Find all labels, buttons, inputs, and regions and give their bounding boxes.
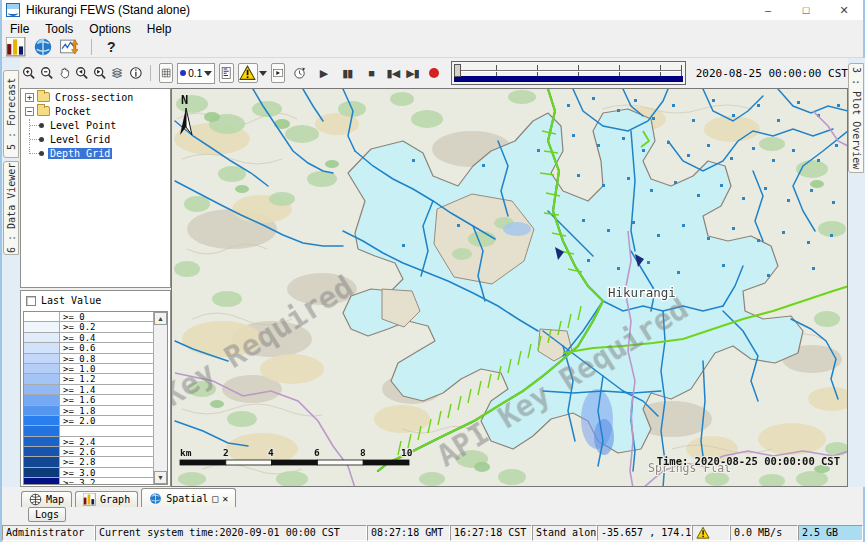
logs-panel-icon[interactable] [6,37,26,57]
tab-graph[interactable]: Graph [75,491,138,507]
tree-item-cross-section[interactable]: + Cross-section [21,91,170,103]
layers-icon[interactable] [111,63,125,83]
menu-file[interactable]: File [2,22,37,36]
chevron-down-icon [204,71,212,76]
tab-map[interactable]: Map [21,491,72,507]
map-label-town: Hikurangi [608,285,676,300]
tree-item-depth-grid[interactable]: Depth Grid [21,147,170,159]
legend-row: >= 1.2 [24,374,153,384]
last-value-checkbox[interactable] [26,296,36,306]
tree-item-pocket[interactable]: − Pocket [21,105,170,117]
scroll-down-icon[interactable]: ▼ [154,471,167,484]
timeline-data-bar [454,76,682,82]
legend-scrollbar[interactable]: ▲ ▼ [153,312,167,484]
maximize-button[interactable]: □ [787,0,825,20]
title-bar[interactable]: Hikurangi FEWS (Stand alone) – □ ✕ [2,0,863,20]
svg-text:2: 2 [223,447,229,458]
legend-swatch [24,354,60,363]
last-frame-icon[interactable]: ▶▮ [406,63,420,83]
minimize-button[interactable]: – [749,0,787,20]
svg-text:N: N [181,93,188,107]
status-user: Administrator [2,525,95,541]
legend-swatch [24,478,60,484]
zoom-next-icon[interactable] [93,63,107,83]
warning-dropdown[interactable] [238,63,267,83]
legend-swatch [24,322,60,331]
timeline-slider[interactable] [451,61,685,85]
legend-swatch [24,364,60,373]
svg-text:4: 4 [268,447,274,458]
menu-tools[interactable]: Tools [37,22,81,36]
spatial-tab-globe-icon [149,492,162,505]
zoom-previous-icon[interactable] [75,63,89,83]
timeline-thumb[interactable] [454,64,461,77]
status-bar: Administrator Current system time:2020-0… [2,524,863,542]
close-button[interactable]: ✕ [825,0,863,20]
grid-display-icon[interactable] [159,63,173,83]
map-viewport[interactable]: API Key Required API Key Required Hikura… [171,88,848,487]
application-window: Hikurangi FEWS (Stand alone) – □ ✕ File … [0,0,865,542]
help-icon[interactable]: ? [103,39,120,55]
play-icon[interactable]: ▶ [317,63,331,83]
tree-guide [29,147,39,154]
status-memory: 2.5 GB [798,525,863,541]
folder-icon [37,106,50,116]
status-transfer-rate: 0.0 MB/s [730,525,798,541]
status-warning[interactable] [692,525,730,541]
pan-icon[interactable] [58,63,72,83]
legend-swatch [24,406,60,415]
tab-maximize-icon[interactable]: □ [212,493,218,504]
tab-graph-label: Graph [100,494,130,505]
legend-swatch [24,457,60,466]
svg-text:8: 8 [360,447,366,458]
info-icon[interactable] [129,63,143,83]
pause-icon[interactable]: ▮▮ [340,63,354,83]
tab-spatial[interactable]: Spatial □ ✕ [141,488,236,507]
status-system-time: Current system time:2020-09-01 00:00 CST [95,525,367,541]
legend-row: >= 0.2 [24,322,153,332]
legend-row: >= 0.4 [24,333,153,343]
menu-options[interactable]: Options [81,22,138,36]
lake-patch [503,222,531,236]
logs-button[interactable]: Logs [28,507,66,522]
legend-row: >= 2.8 [24,457,153,467]
tab-plot-overview[interactable]: 3 : Plot Overview [848,63,864,173]
status-coordinates: -35.657 , 174.199 [597,525,692,541]
legend-swatch [24,385,60,394]
stop-icon[interactable]: ■ [364,63,378,83]
legend-swatch [24,437,60,446]
folder-icon [37,92,50,102]
collapse-icon[interactable]: − [25,107,34,116]
map-toolbar: 0.1 ▶ ▮▮ ■ ▮◀ ▶▮ 2020-08-25 00:00:00 CST [22,58,848,88]
record-icon[interactable] [427,63,441,83]
legend-row: >= 1.0 [24,364,153,374]
data-display-icon[interactable] [60,37,80,57]
menu-help[interactable]: Help [139,22,180,36]
longitudinal-profile-icon[interactable] [219,63,233,83]
timeline-track [455,65,681,76]
tab-close-icon[interactable]: ✕ [222,493,228,504]
bullet-icon [39,123,44,128]
movie-player-icon[interactable] [271,63,285,83]
animation-clock-icon[interactable] [293,63,307,83]
legend-swatch [24,374,60,383]
tab-forecast[interactable]: 5 : Forecast [3,70,19,158]
map-canvas[interactable]: API Key Required API Key Required Hikura… [172,89,848,487]
map-time-label: Time: 2020-08-25 00:00:00 CST [657,455,840,467]
expand-icon[interactable]: + [25,93,34,102]
map-display-icon[interactable] [33,37,53,57]
interval-dropdown[interactable]: 0.1 [177,63,215,84]
timeline-datetime: 2020-08-25 00:00:00 CST [696,67,848,80]
zoom-in-icon[interactable] [22,63,36,83]
toolbar-separator [91,39,92,55]
bullet-icon [39,137,44,142]
bottom-tab-bar: Map Graph Spatial □ ✕ [2,487,863,507]
tree-item-level-point[interactable]: Level Point [21,119,170,131]
class-dot-icon [180,70,186,76]
left-tab-strip: 5 : Forecast 6 : Data Viewer [2,58,20,487]
first-frame-icon[interactable]: ▮◀ [386,63,400,83]
scroll-up-icon[interactable]: ▲ [154,312,167,325]
zoom-out-icon[interactable] [40,63,54,83]
tree-item-level-grid[interactable]: Level Grid [21,133,170,145]
tab-data-viewer[interactable]: 6 : Data Viewer [3,161,19,255]
